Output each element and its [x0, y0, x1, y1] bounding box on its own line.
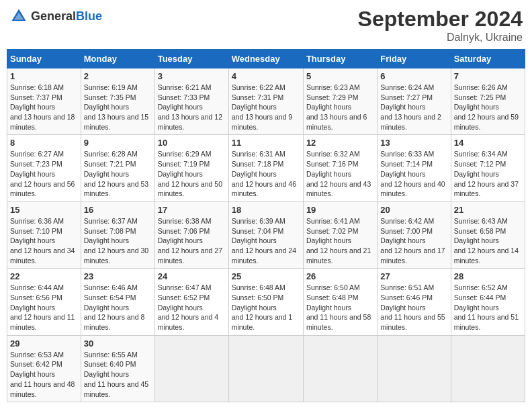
day-number: 30 — [84, 338, 152, 349]
day-number: 2 — [84, 71, 152, 81]
day-number: 15 — [10, 205, 78, 215]
calendar-cell: 22 Sunrise: 6:44 AMSunset: 6:56 PMDaylig… — [7, 269, 81, 335]
day-number: 28 — [454, 271, 522, 281]
calendar-cell: 12 Sunrise: 6:32 AMSunset: 7:16 PMDaylig… — [303, 135, 377, 201]
day-number: 27 — [380, 271, 447, 281]
day-detail: Sunrise: 6:34 AMSunset: 7:12 PMDaylight … — [454, 149, 522, 198]
day-number: 23 — [84, 271, 152, 281]
logo-general: General — [31, 9, 76, 23]
day-detail: Sunrise: 6:48 AMSunset: 6:50 PMDaylight … — [232, 283, 300, 332]
calendar-cell: 3 Sunrise: 6:21 AMSunset: 7:33 PMDayligh… — [154, 68, 228, 135]
day-detail: Sunrise: 6:38 AMSunset: 7:06 PMDaylight … — [158, 216, 226, 265]
day-number: 20 — [380, 205, 447, 215]
day-number: 14 — [454, 138, 522, 148]
calendar-cell: 7 Sunrise: 6:26 AMSunset: 7:25 PMDayligh… — [451, 68, 525, 135]
week-row-2: 8 Sunrise: 6:27 AMSunset: 7:23 PMDayligh… — [7, 135, 525, 201]
calendar-cell: 11 Sunrise: 6:31 AMSunset: 7:18 PMDaylig… — [228, 135, 303, 201]
day-detail: Sunrise: 6:55 AMSunset: 6:40 PMDaylight … — [84, 350, 152, 399]
calendar-cell: 30 Sunrise: 6:55 AMSunset: 6:40 PMDaylig… — [81, 335, 154, 402]
day-number: 10 — [158, 138, 226, 148]
logo: GeneralBlue — [9, 7, 102, 26]
day-detail: Sunrise: 6:23 AMSunset: 7:29 PMDaylight … — [306, 83, 374, 132]
day-detail: Sunrise: 6:27 AMSunset: 7:23 PMDaylight … — [10, 149, 78, 198]
day-detail: Sunrise: 6:51 AMSunset: 6:46 PMDaylight … — [380, 283, 447, 332]
day-number: 1 — [10, 71, 78, 81]
calendar-cell: 8 Sunrise: 6:27 AMSunset: 7:23 PMDayligh… — [7, 135, 81, 201]
day-detail: Sunrise: 6:47 AMSunset: 6:52 PMDaylight … — [158, 283, 226, 332]
calendar-cell: 19 Sunrise: 6:41 AMSunset: 7:02 PMDaylig… — [303, 201, 377, 268]
day-detail: Sunrise: 6:50 AMSunset: 6:48 PMDaylight … — [306, 283, 374, 332]
day-detail: Sunrise: 6:44 AMSunset: 6:56 PMDaylight … — [10, 283, 78, 332]
logo-text: GeneralBlue — [31, 9, 102, 24]
day-detail: Sunrise: 6:46 AMSunset: 6:54 PMDaylight … — [84, 283, 152, 332]
calendar-cell: 5 Sunrise: 6:23 AMSunset: 7:29 PMDayligh… — [303, 68, 377, 135]
calendar-cell: 15 Sunrise: 6:36 AMSunset: 7:10 PMDaylig… — [7, 201, 81, 268]
calendar-cell: 23 Sunrise: 6:46 AMSunset: 6:54 PMDaylig… — [81, 269, 154, 335]
calendar-cell: 14 Sunrise: 6:34 AMSunset: 7:12 PMDaylig… — [451, 135, 525, 201]
weekday-header-friday: Friday — [378, 50, 451, 68]
page-header: GeneralBlue September 2024 Dalnyk, Ukrai… — [7, 7, 525, 44]
calendar-cell: 28 Sunrise: 6:52 AMSunset: 6:44 PMDaylig… — [451, 269, 525, 335]
day-detail: Sunrise: 6:39 AMSunset: 7:04 PMDaylight … — [232, 216, 300, 265]
calendar-table: SundayMondayTuesdayWednesdayThursdayFrid… — [7, 49, 525, 402]
day-detail: Sunrise: 6:18 AMSunset: 7:37 PMDaylight … — [10, 83, 78, 132]
calendar-cell: 16 Sunrise: 6:37 AMSunset: 7:08 PMDaylig… — [81, 201, 154, 268]
day-number: 4 — [232, 71, 300, 81]
day-detail: Sunrise: 6:53 AMSunset: 6:42 PMDaylight … — [10, 350, 78, 399]
calendar-cell: 2 Sunrise: 6:19 AMSunset: 7:35 PMDayligh… — [81, 68, 154, 135]
calendar-cell — [451, 335, 525, 402]
day-number: 19 — [306, 205, 374, 215]
day-detail: Sunrise: 6:41 AMSunset: 7:02 PMDaylight … — [306, 216, 374, 265]
day-number: 17 — [158, 205, 226, 215]
day-detail: Sunrise: 6:52 AMSunset: 6:44 PMDaylight … — [454, 283, 522, 332]
weekday-header-monday: Monday — [81, 50, 154, 68]
month-title: September 2024 — [358, 7, 523, 32]
logo-icon — [9, 7, 28, 26]
week-row-1: 1 Sunrise: 6:18 AMSunset: 7:37 PMDayligh… — [7, 68, 525, 135]
calendar-cell: 21 Sunrise: 6:43 AMSunset: 6:58 PMDaylig… — [451, 201, 525, 268]
calendar-cell: 6 Sunrise: 6:24 AMSunset: 7:27 PMDayligh… — [378, 68, 451, 135]
day-detail: Sunrise: 6:24 AMSunset: 7:27 PMDaylight … — [380, 83, 447, 132]
day-detail: Sunrise: 6:32 AMSunset: 7:16 PMDaylight … — [306, 149, 374, 198]
title-area: September 2024 Dalnyk, Ukraine — [358, 7, 523, 44]
day-number: 29 — [10, 338, 78, 349]
day-detail: Sunrise: 6:22 AMSunset: 7:31 PMDaylight … — [232, 83, 300, 132]
day-detail: Sunrise: 6:43 AMSunset: 6:58 PMDaylight … — [454, 216, 522, 265]
day-number: 22 — [10, 271, 78, 281]
day-number: 6 — [380, 71, 447, 81]
calendar-cell — [303, 335, 377, 402]
day-number: 9 — [84, 138, 152, 148]
day-detail: Sunrise: 6:21 AMSunset: 7:33 PMDaylight … — [158, 83, 226, 132]
calendar-cell: 17 Sunrise: 6:38 AMSunset: 7:06 PMDaylig… — [154, 201, 228, 268]
calendar-cell: 10 Sunrise: 6:29 AMSunset: 7:19 PMDaylig… — [154, 135, 228, 201]
week-row-3: 15 Sunrise: 6:36 AMSunset: 7:10 PMDaylig… — [7, 201, 525, 268]
weekday-header-wednesday: Wednesday — [228, 50, 303, 68]
weekday-header-thursday: Thursday — [303, 50, 377, 68]
calendar-cell: 26 Sunrise: 6:50 AMSunset: 6:48 PMDaylig… — [303, 269, 377, 335]
calendar-cell — [378, 335, 451, 402]
location: Dalnyk, Ukraine — [358, 32, 523, 44]
week-row-4: 22 Sunrise: 6:44 AMSunset: 6:56 PMDaylig… — [7, 269, 525, 335]
day-number: 7 — [454, 71, 522, 81]
day-detail: Sunrise: 6:31 AMSunset: 7:18 PMDaylight … — [232, 149, 300, 198]
day-detail: Sunrise: 6:26 AMSunset: 7:25 PMDaylight … — [454, 83, 522, 132]
weekday-header-row: SundayMondayTuesdayWednesdayThursdayFrid… — [7, 50, 525, 68]
day-detail: Sunrise: 6:36 AMSunset: 7:10 PMDaylight … — [10, 216, 78, 265]
calendar-cell — [228, 335, 303, 402]
calendar-cell: 27 Sunrise: 6:51 AMSunset: 6:46 PMDaylig… — [378, 269, 451, 335]
day-number: 3 — [158, 71, 226, 81]
day-number: 21 — [454, 205, 522, 215]
calendar-cell — [154, 335, 228, 402]
day-number: 16 — [84, 205, 152, 215]
weekday-header-sunday: Sunday — [7, 50, 81, 68]
calendar-cell: 24 Sunrise: 6:47 AMSunset: 6:52 PMDaylig… — [154, 269, 228, 335]
day-number: 18 — [232, 205, 300, 215]
calendar-cell: 25 Sunrise: 6:48 AMSunset: 6:50 PMDaylig… — [228, 269, 303, 335]
weekday-header-tuesday: Tuesday — [154, 50, 228, 68]
day-detail: Sunrise: 6:19 AMSunset: 7:35 PMDaylight … — [84, 83, 152, 132]
calendar-cell: 29 Sunrise: 6:53 AMSunset: 6:42 PMDaylig… — [7, 335, 81, 402]
calendar-cell: 20 Sunrise: 6:42 AMSunset: 7:00 PMDaylig… — [378, 201, 451, 268]
day-number: 12 — [306, 138, 374, 148]
week-row-5: 29 Sunrise: 6:53 AMSunset: 6:42 PMDaylig… — [7, 335, 525, 402]
calendar-cell: 9 Sunrise: 6:28 AMSunset: 7:21 PMDayligh… — [81, 135, 154, 201]
